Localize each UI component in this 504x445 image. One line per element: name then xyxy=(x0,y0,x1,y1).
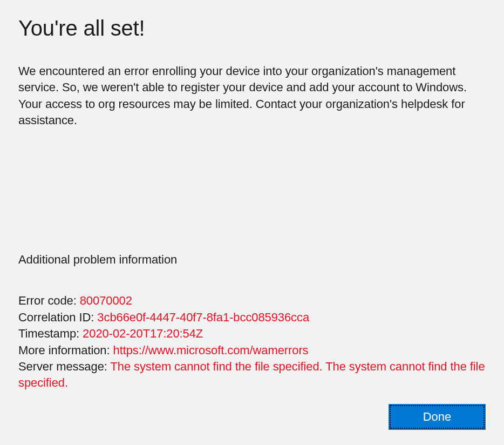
more-info-row: More information: https://www.microsoft.… xyxy=(18,342,486,359)
error-code-value: 80070002 xyxy=(80,294,132,307)
correlation-id-label: Correlation ID: xyxy=(18,311,97,324)
correlation-id-row: Correlation ID: 3cb66e0f-4447-40f7-8fa1-… xyxy=(18,309,486,326)
done-button[interactable]: Done xyxy=(389,404,486,430)
error-description: We encountered an error enrolling your d… xyxy=(18,63,486,129)
page-title: You're all set! xyxy=(18,16,486,41)
server-message-row: Server message: The system cannot find t… xyxy=(18,359,486,392)
error-code-row: Error code: 80070002 xyxy=(18,293,486,309)
timestamp-row: Timestamp: 2020-02-20T17:20:54Z xyxy=(18,326,486,342)
more-info-value: https://www.microsoft.com/wamerrors xyxy=(113,343,309,357)
more-info-label: More information: xyxy=(18,343,113,357)
error-code-label: Error code: xyxy=(18,294,80,307)
server-message-label: Server message: xyxy=(18,360,110,373)
error-details: Error code: 80070002 Correlation ID: 3cb… xyxy=(18,293,486,391)
timestamp-value: 2020-02-20T17:20:54Z xyxy=(83,327,203,340)
correlation-id-value: 3cb66e0f-4447-40f7-8fa1-bcc085936cca xyxy=(97,311,309,324)
additional-info-heading: Additional problem information xyxy=(18,253,486,267)
timestamp-label: Timestamp: xyxy=(18,327,83,340)
